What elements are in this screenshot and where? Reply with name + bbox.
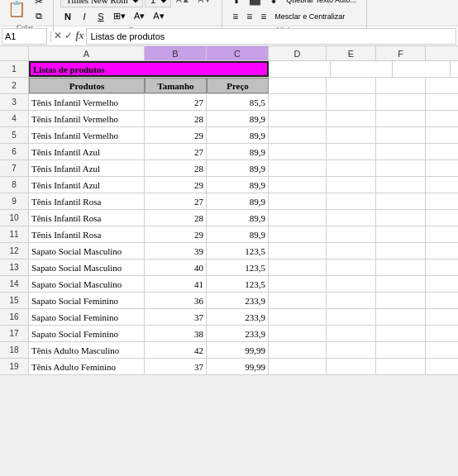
fill-color-button[interactable]: A▾: [131, 9, 148, 23]
cell-e14[interactable]: [327, 276, 376, 292]
cell-d14[interactable]: [269, 276, 327, 292]
cell-b18[interactable]: 42: [145, 342, 207, 358]
cell-e17[interactable]: [327, 326, 376, 341]
cell-d4[interactable]: [269, 111, 327, 126]
row-header[interactable]: 8: [0, 177, 29, 193]
cell-b7[interactable]: 28: [145, 160, 207, 176]
cell-a2[interactable]: Produtos: [29, 78, 145, 93]
row-header[interactable]: 18: [0, 342, 29, 358]
cell-b11[interactable]: 29: [145, 226, 207, 242]
cell-d8[interactable]: [269, 177, 327, 193]
cell-a18[interactable]: Tênis Adulto Masculino: [29, 342, 145, 358]
cell-d12[interactable]: [269, 243, 327, 259]
row-header[interactable]: 3: [0, 94, 29, 110]
borders-button[interactable]: ⊞▾: [110, 9, 129, 23]
cell-e15[interactable]: [327, 293, 376, 308]
confirm-icon[interactable]: ✓: [64, 30, 73, 42]
cell-c7[interactable]: 89,9: [207, 160, 269, 176]
cell-d1[interactable]: [393, 61, 451, 77]
cell-f6[interactable]: [376, 144, 426, 159]
cell-b9[interactable]: 27: [145, 193, 207, 209]
row-header[interactable]: 4: [0, 111, 29, 126]
cell-e18[interactable]: [327, 342, 376, 358]
cell-b8[interactable]: 29: [145, 177, 207, 193]
cell-b4[interactable]: 28: [145, 111, 207, 126]
col-header-a[interactable]: A: [29, 46, 145, 60]
copy-button[interactable]: ⧉: [31, 9, 46, 23]
cell-a14[interactable]: Sapato Social Masculino: [29, 276, 145, 292]
cell-c18[interactable]: 99,99: [207, 342, 269, 358]
row-header[interactable]: 7: [0, 160, 29, 176]
cell-b12[interactable]: 39: [145, 243, 207, 259]
cell-e7[interactable]: [327, 160, 376, 176]
cell-d2[interactable]: [269, 78, 327, 93]
cell-e2[interactable]: [327, 78, 376, 93]
row-header[interactable]: 11: [0, 226, 29, 242]
cell-e3[interactable]: [327, 94, 376, 110]
col-header-d[interactable]: D: [269, 46, 327, 60]
cell-c16[interactable]: 233,9: [207, 309, 269, 325]
cell-e5[interactable]: [327, 127, 376, 143]
font-size-select[interactable]: 13: [145, 0, 171, 7]
cell-e19[interactable]: [327, 359, 376, 374]
cell-f2[interactable]: [376, 78, 426, 93]
cell-d11[interactable]: [269, 226, 327, 242]
cell-f13[interactable]: [376, 259, 426, 275]
cell-c8[interactable]: 89,9: [207, 177, 269, 193]
cell-d19[interactable]: [269, 359, 327, 374]
cell-a13[interactable]: Sapato Social Masculino: [29, 259, 145, 275]
cell-d10[interactable]: [269, 210, 327, 226]
cell-f9[interactable]: [376, 193, 426, 209]
cell-c14[interactable]: 123,5: [207, 276, 269, 292]
formula-input[interactable]: [86, 28, 456, 45]
row-header[interactable]: 5: [0, 127, 29, 143]
cell-a9[interactable]: Tênis Infantil Rosa: [29, 193, 145, 209]
cell-e1[interactable]: [451, 61, 458, 77]
cell-c13[interactable]: 123,5: [207, 259, 269, 275]
function-icon[interactable]: fx: [75, 30, 83, 42]
cell-reference-input[interactable]: A1: [2, 28, 47, 45]
cell-a5[interactable]: Tênis Infantil Vermelho: [29, 127, 145, 143]
row-header[interactable]: 16: [0, 309, 29, 325]
cell-d13[interactable]: [269, 259, 327, 275]
cell-a17[interactable]: Sapato Social Feminino: [29, 326, 145, 341]
cell-d6[interactable]: [269, 144, 327, 159]
align-center-button[interactable]: ≡: [243, 9, 255, 24]
row-header[interactable]: 14: [0, 276, 29, 292]
cell-c6[interactable]: 89,9: [207, 144, 269, 159]
cell-a15[interactable]: Sapato Social Feminino: [29, 293, 145, 308]
col-header-e[interactable]: E: [327, 46, 376, 60]
merge-center-button[interactable]: Mesclar e Centralizar: [271, 9, 348, 24]
cell-f16[interactable]: [376, 309, 426, 325]
row-header[interactable]: 19: [0, 359, 29, 374]
align-middle-button[interactable]: ⬛: [246, 0, 265, 7]
cut-button[interactable]: ✂: [31, 0, 46, 9]
cell-d5[interactable]: [269, 127, 327, 143]
cell-f18[interactable]: [376, 342, 426, 358]
cell-b14[interactable]: 41: [145, 276, 207, 292]
cell-c4[interactable]: 89,9: [207, 111, 269, 126]
cell-d3[interactable]: [269, 94, 327, 110]
cell-c5[interactable]: 89,9: [207, 127, 269, 143]
cell-d15[interactable]: [269, 293, 327, 308]
cell-f5[interactable]: [376, 127, 426, 143]
cell-f19[interactable]: [376, 359, 426, 374]
cell-e11[interactable]: [327, 226, 376, 242]
cell-f3[interactable]: [376, 94, 426, 110]
row-header[interactable]: 15: [0, 293, 29, 308]
row-header[interactable]: 6: [0, 144, 29, 159]
align-top-button[interactable]: ⬆: [229, 0, 244, 7]
cell-b15[interactable]: 36: [145, 293, 207, 308]
align-right-button[interactable]: ≡: [257, 9, 270, 24]
font-name-select[interactable]: Times New Roman: [60, 0, 143, 7]
cell-f11[interactable]: [376, 226, 426, 242]
cell-b5[interactable]: 29: [145, 127, 207, 143]
cancel-icon[interactable]: ✕: [54, 30, 62, 42]
cell-e4[interactable]: [327, 111, 376, 126]
cell-c11[interactable]: 89,9: [207, 226, 269, 242]
row-header[interactable]: 12: [0, 243, 29, 259]
cell-d17[interactable]: [269, 326, 327, 341]
font-size-down-button[interactable]: A▼: [195, 0, 216, 6]
row-header[interactable]: 1: [0, 61, 29, 77]
cell-d18[interactable]: [269, 342, 327, 358]
